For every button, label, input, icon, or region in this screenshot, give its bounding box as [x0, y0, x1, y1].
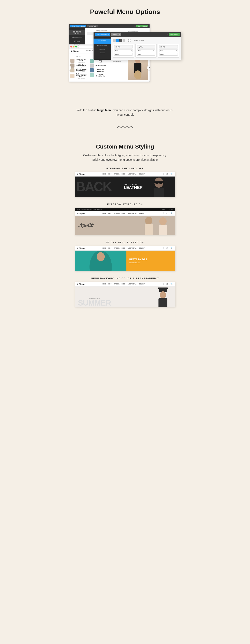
admin-screenshot-front: Mega Menu Settings ABOUT US × Save Setti… [93, 32, 182, 60]
eon-search-icon[interactable]: 🔍 [170, 212, 173, 214]
admin-front-mobile[interactable]: MOBILE [94, 51, 111, 55]
bc-pages: PAGES ▾ [114, 283, 120, 285]
hat-person-svg [155, 286, 171, 307]
admin-front-mega-tab[interactable]: Mega Menu Settings [95, 33, 110, 36]
eo-nav-pages: PAGES ▾ [114, 173, 120, 175]
sticky-nav-icons: ♡ 1 ⊡ 1 🔍 [162, 247, 173, 249]
eon-pages: PAGES ▾ [114, 212, 120, 214]
enable-mega-label: Enable Mega Menu [133, 40, 144, 41]
about-us-tab[interactable]: ABOUT US [87, 25, 98, 28]
eyebrow-on-label: EYEBROW SWITCHED ON [68, 203, 182, 206]
eo-search-icon[interactable]: 🔍 [170, 173, 173, 175]
blog-item-1: Milan Fashion Week May 11, 2016 [70, 59, 87, 63]
enable-mega-checkbox[interactable] [128, 39, 131, 42]
svg-rect-4 [154, 188, 164, 197]
bg-color-nav-links: HOME SHOP ▾ PAGES ▾ BLOG ▾ MEGA MENU ▾ C… [102, 283, 145, 285]
eyebrow-off-nav: inVogue HOME SHOP ▾ PAGES ▾ BLOG ▾ MEGA … [75, 172, 175, 176]
blog-name-1: Milan Fashion Week [75, 59, 87, 62]
blog-text-1: Milan Fashion Week May 11, 2016 [75, 59, 87, 63]
beats-label: BEATS BY DRE [129, 258, 147, 261]
col2-title-input[interactable]: My Title [137, 45, 155, 48]
blog-name-3: Why Not Add A Hat To The Mix [75, 68, 87, 71]
eyebrow-on-hero: 𝓐𝓹𝓶𝓵𝓽 [75, 216, 175, 235]
blog-text-2: New York Fashion Week May 8, 2016 [75, 64, 87, 68]
eon-heart-icon: ♡ 1 [162, 212, 166, 214]
hero-big-text-eo: BACK [76, 179, 112, 194]
bc-search-icon[interactable]: 🔍 [170, 283, 173, 285]
admin-front-topbar: Mega Menu Settings ABOUT US × Save Setti… [94, 32, 181, 37]
enable-mega-row: Enable Mega Menu [113, 39, 179, 42]
col3-title-input[interactable]: My Title [159, 45, 178, 48]
eyebrow-bar-on: WELCOME, INLOE MY ACCOUNT LOGOUT 0% ▾ f … [75, 208, 175, 211]
close-icon[interactable]: × [134, 25, 136, 27]
blog-date-1: May 11, 2016 [75, 62, 87, 63]
blog-text-4: Balloons And A Yellow Summer Dress May 8… [75, 73, 87, 79]
blog-name-2: New York Fashion Week [75, 64, 87, 66]
product-text-2: This Is How Shirt [94, 65, 106, 66]
admin-front-about-tab[interactable]: ABOUT US [111, 33, 122, 36]
dot-yellow [73, 46, 74, 48]
col1-posttype-select[interactable]: Posts [114, 49, 133, 52]
sidebar-content-layout[interactable]: CONTENT & LAYOUT [69, 30, 85, 35]
zigzag-divider [68, 121, 182, 133]
section2-heading: Custom Menu Styling [68, 144, 182, 150]
sidebar-background[interactable]: BACKGROUND [69, 36, 85, 39]
teal-tile-svg [75, 250, 126, 271]
yellow-tile: BEATS BY DRE View Collection [126, 250, 175, 271]
section1-heading: Poweful Menu Options [68, 8, 182, 16]
col3-posttype-select[interactable]: Posts [159, 49, 178, 52]
column-block-3: My Title Posts Latest [158, 44, 179, 58]
sticky-label: STICKY MENU TURNED ON [68, 241, 182, 244]
eon-cart-icon: ⊡ 1 [166, 212, 170, 214]
svg-point-2 [134, 70, 142, 79]
product-price-1: $66.00 [94, 62, 106, 63]
admin-front-close-icon[interactable]: × [166, 33, 168, 36]
st-cart-icon: ⊡ 1 [166, 247, 170, 249]
script-text-eon: 𝓐𝓹𝓶𝓵𝓽 [78, 222, 92, 229]
save-settings-button[interactable]: Save Settings [136, 25, 148, 28]
sticky-hero-tiles: BEATS BY DRE View Collection [75, 250, 175, 271]
divider-svg [117, 125, 133, 129]
col2-posttype-select[interactable]: Posts [137, 49, 155, 52]
col1-order-select[interactable]: Latest [114, 53, 133, 56]
svg-rect-9 [145, 224, 153, 235]
col1-title-input[interactable]: My Title [114, 45, 133, 48]
admin-front-background[interactable]: BACKGROUND [94, 44, 111, 48]
product-name-3: Navy Blue Backpack [94, 69, 106, 72]
dot-red [70, 46, 72, 48]
col3-order-select[interactable]: Latest [159, 53, 178, 56]
eyebrow-tw-icon[interactable]: t [168, 208, 168, 210]
toggle-box-4[interactable] [122, 39, 126, 42]
mega-menu-settings-tab[interactable]: Mega Menu Settings [70, 25, 86, 28]
toggle-box-3[interactable] [119, 39, 122, 42]
st-search-icon[interactable]: 🔍 [170, 247, 173, 249]
st-shop: SHOP ▾ [108, 247, 112, 249]
blog-img-3 [70, 68, 74, 72]
sidebar-styling[interactable]: STYLING [69, 39, 85, 43]
eyebrow-pin-icon[interactable]: p [169, 208, 170, 210]
eyebrow-off-nav-icons: ♡ 1 ⊡ 1 🔍 [162, 173, 173, 175]
blog-column: BLOG Milan Fashion Week May 11, 2016 N [70, 56, 87, 80]
svg-point-16 [160, 291, 166, 299]
toggle-box-1[interactable] [113, 39, 116, 42]
blog-item-2: New York Fashion Week May 8, 2016 [70, 64, 87, 68]
hero-overlay-eo: STREET WEAR LEATHER [124, 184, 143, 190]
admin-front-styling[interactable]: STYLING [94, 48, 111, 51]
toggle-boxes [113, 39, 126, 42]
st-pages: PAGES ▾ [114, 247, 120, 249]
eyebrow-on-nav-icons: ♡ 1 ⊡ 1 🔍 [162, 212, 173, 214]
eyebrow-off-hero: BACK STREET WEAR LEATHER [75, 176, 175, 197]
view-collection-link[interactable]: View Collection [129, 262, 140, 263]
admin-front-content-layout[interactable]: CONTENT & LAYOUT [94, 38, 111, 44]
svg-point-8 [145, 217, 152, 225]
svg-rect-17 [158, 298, 168, 307]
admin-front-save-button[interactable]: Save Settings [169, 33, 180, 36]
menu-option-eyebrow-off: Eyebrow Off [109, 61, 125, 62]
eyebrow-fb-icon[interactable]: f [166, 208, 166, 210]
col2-order-select[interactable]: Latest [137, 53, 155, 56]
person-area-eo [143, 176, 175, 197]
toggle-box-2[interactable] [116, 39, 119, 42]
eyebrow-left-text: WELCOME, INLOE MY ACCOUNT LOGOUT [77, 209, 102, 210]
eyebrow-ig-icon[interactable]: ◎ [171, 208, 173, 210]
women-svg-eon [134, 216, 175, 235]
